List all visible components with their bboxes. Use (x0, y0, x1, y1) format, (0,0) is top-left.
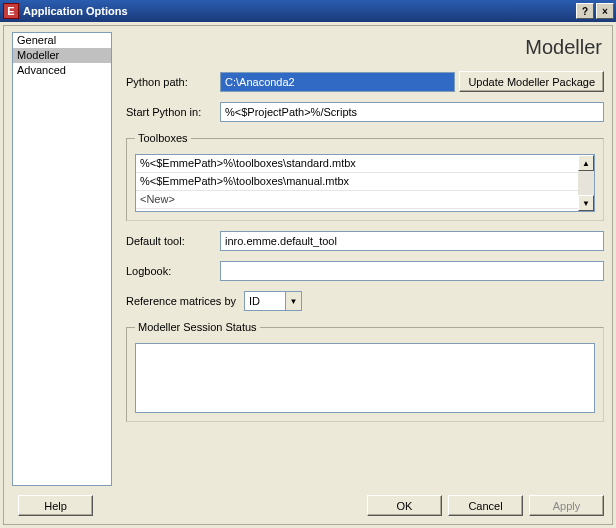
start-python-label: Start Python in: (126, 106, 220, 118)
scroll-up-icon[interactable]: ▲ (578, 155, 594, 171)
session-status-legend: Modeller Session Status (135, 321, 260, 333)
logbook-label: Logbook: (126, 265, 220, 277)
session-status-group: Modeller Session Status (126, 321, 604, 422)
button-bar: Help OK Cancel Apply (12, 495, 604, 516)
sidebar-item-modeller[interactable]: Modeller (13, 48, 111, 63)
session-status-box (135, 343, 595, 413)
app-icon: E (3, 3, 19, 19)
title-bar: E Application Options ? × (0, 0, 616, 22)
sidebar-item-advanced[interactable]: Advanced (13, 63, 111, 78)
list-item[interactable]: <New> (136, 191, 578, 209)
toolboxes-legend: Toolboxes (135, 132, 191, 144)
page-title: Modeller (126, 36, 602, 59)
scroll-track[interactable] (578, 171, 594, 195)
python-path-input[interactable] (220, 72, 455, 92)
help-button[interactable]: Help (18, 495, 93, 516)
start-python-input[interactable] (220, 102, 604, 122)
cancel-button[interactable]: Cancel (448, 495, 523, 516)
default-tool-label: Default tool: (126, 235, 220, 247)
list-item[interactable]: %<$EmmePath>%\toolboxes\standard.mtbx (136, 155, 578, 173)
toolboxes-group: Toolboxes %<$EmmePath>%\toolboxes\standa… (126, 132, 604, 221)
logbook-input[interactable] (220, 261, 604, 281)
default-tool-input[interactable] (220, 231, 604, 251)
reference-matrices-select[interactable]: ID ▼ (244, 291, 302, 311)
window-title: Application Options (23, 5, 128, 17)
help-icon[interactable]: ? (576, 3, 594, 19)
chevron-down-icon[interactable]: ▼ (285, 292, 301, 310)
reference-matrices-label: Reference matrices by (126, 295, 236, 307)
apply-button[interactable]: Apply (529, 495, 604, 516)
sidebar-item-general[interactable]: General (13, 33, 111, 48)
reference-matrices-value: ID (245, 292, 285, 310)
close-icon[interactable]: × (596, 3, 614, 19)
update-modeller-package-button[interactable]: Update Modeller Package (459, 71, 604, 92)
python-path-label: Python path: (126, 76, 220, 88)
scrollbar[interactable]: ▲ ▼ (578, 155, 594, 211)
list-item[interactable]: %<$EmmePath>%\toolboxes\manual.mtbx (136, 173, 578, 191)
scroll-down-icon[interactable]: ▼ (578, 195, 594, 211)
toolboxes-list[interactable]: %<$EmmePath>%\toolboxes\standard.mtbx %<… (135, 154, 595, 212)
dialog-frame: General Modeller Advanced Modeller Pytho… (3, 25, 613, 525)
ok-button[interactable]: OK (367, 495, 442, 516)
settings-panel: Modeller Python path: Update Modeller Pa… (112, 32, 604, 486)
category-list[interactable]: General Modeller Advanced (12, 32, 112, 486)
